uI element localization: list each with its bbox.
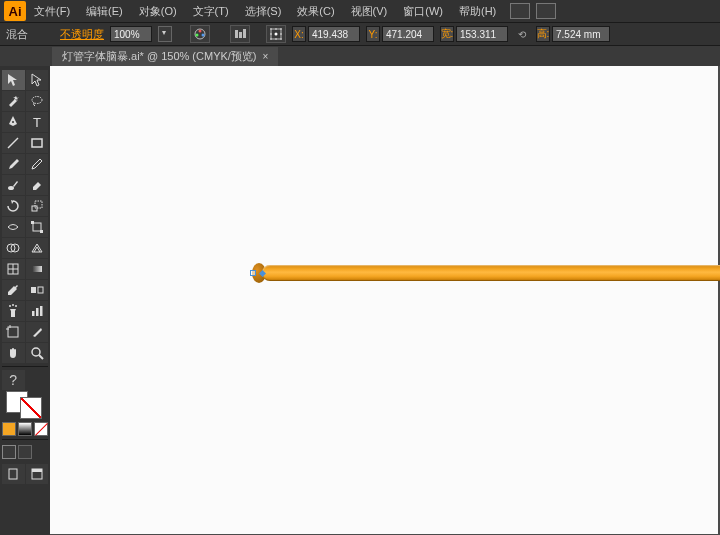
perspective-grid-tool[interactable] xyxy=(26,238,49,258)
blob-brush-tool[interactable] xyxy=(2,175,25,195)
svg-point-12 xyxy=(275,33,278,36)
toggle-fill-stroke[interactable]: ? xyxy=(2,370,25,390)
svg-rect-35 xyxy=(38,287,43,293)
paintbrush-tool[interactable] xyxy=(2,154,25,174)
menu-help[interactable]: 帮助(H) xyxy=(451,4,504,19)
direct-selection-tool[interactable] xyxy=(26,70,49,90)
menu-edit[interactable]: 编辑(E) xyxy=(78,4,131,19)
rotate-tool[interactable] xyxy=(2,196,25,216)
height-label: 高: xyxy=(536,26,550,42)
scale-tool[interactable] xyxy=(26,196,49,216)
svg-point-39 xyxy=(15,305,17,307)
arrange-documents-icon[interactable] xyxy=(536,3,556,19)
menu-window[interactable]: 窗口(W) xyxy=(395,4,451,19)
opacity-input[interactable] xyxy=(110,26,152,42)
pen-tool[interactable] xyxy=(2,112,25,132)
blend-tool[interactable] xyxy=(26,280,49,300)
eyedropper-tool[interactable] xyxy=(2,280,25,300)
screen-mode-normal[interactable] xyxy=(2,445,16,459)
screen-mode-full[interactable] xyxy=(18,445,32,459)
pencil-tool[interactable] xyxy=(26,154,49,174)
eraser-tool[interactable] xyxy=(26,175,49,195)
svg-rect-42 xyxy=(40,306,43,316)
svg-point-13 xyxy=(280,33,282,35)
rectangle-tool[interactable] xyxy=(26,133,49,153)
artboard-tool[interactable] xyxy=(2,322,25,342)
none-mode-swatch[interactable] xyxy=(34,422,48,436)
svg-point-14 xyxy=(270,38,272,40)
menu-object[interactable]: 对象(O) xyxy=(131,4,185,19)
document-tab[interactable]: 灯管字体脑暴.ai* @ 150% (CMYK/预览) × xyxy=(52,47,278,66)
zoom-tool[interactable] xyxy=(26,343,49,363)
svg-point-2 xyxy=(196,34,199,37)
menu-view[interactable]: 视图(V) xyxy=(343,4,396,19)
app-logo: Ai xyxy=(4,1,26,21)
svg-rect-41 xyxy=(36,308,39,316)
opacity-label[interactable]: 不透明度 xyxy=(60,27,104,42)
svg-point-11 xyxy=(270,33,272,35)
canvas-area[interactable] xyxy=(50,66,720,535)
line-segment-tool[interactable] xyxy=(2,133,25,153)
tube-blend-object[interactable] xyxy=(254,261,720,285)
color-mode-swatch[interactable] xyxy=(2,422,16,436)
height-input[interactable] xyxy=(552,26,610,42)
fill-stroke-indicator[interactable] xyxy=(2,391,49,419)
menu-select[interactable]: 选择(S) xyxy=(237,4,290,19)
close-tab-icon[interactable]: × xyxy=(263,51,269,62)
svg-rect-26 xyxy=(31,221,34,224)
svg-rect-21 xyxy=(32,139,42,147)
svg-rect-48 xyxy=(9,469,17,479)
magic-wand-tool[interactable] xyxy=(2,91,25,111)
edit-toolbar-icon[interactable] xyxy=(2,464,25,484)
fill-stroke-swatch[interactable] xyxy=(26,370,49,390)
svg-point-17 xyxy=(32,97,42,104)
column-graph-tool[interactable] xyxy=(26,301,49,321)
y-input[interactable] xyxy=(382,26,434,42)
width-input[interactable] xyxy=(456,26,508,42)
svg-point-9 xyxy=(275,28,277,30)
workspace-icon[interactable] xyxy=(510,3,530,19)
svg-point-16 xyxy=(280,38,282,40)
svg-point-38 xyxy=(12,304,14,306)
toolbox: T xyxy=(0,66,50,535)
selection-handle[interactable] xyxy=(250,270,256,276)
gradient-tool[interactable] xyxy=(26,259,49,279)
svg-rect-24 xyxy=(35,201,42,208)
align-panel-icon[interactable] xyxy=(230,25,250,43)
opacity-dropdown[interactable] xyxy=(158,26,172,42)
svg-point-3 xyxy=(202,34,205,37)
menu-type[interactable]: 文字(T) xyxy=(185,4,237,19)
change-screen-mode[interactable] xyxy=(26,464,49,484)
svg-point-8 xyxy=(270,28,272,30)
svg-rect-27 xyxy=(40,230,43,233)
svg-line-47 xyxy=(39,355,43,359)
svg-rect-25 xyxy=(33,223,41,231)
svg-rect-50 xyxy=(32,469,42,472)
slice-tool[interactable] xyxy=(26,322,49,342)
gradient-mode-swatch[interactable] xyxy=(18,422,32,436)
svg-rect-33 xyxy=(32,266,42,272)
shape-builder-tool[interactable] xyxy=(2,238,25,258)
constrain-proportions-icon[interactable]: ⟲ xyxy=(514,26,530,42)
svg-line-20 xyxy=(8,138,18,148)
menu-effect[interactable]: 效果(C) xyxy=(289,4,342,19)
lasso-tool[interactable] xyxy=(26,91,49,111)
svg-text:T: T xyxy=(33,115,41,129)
mesh-tool[interactable] xyxy=(2,259,25,279)
recolor-artwork-icon[interactable] xyxy=(190,25,210,43)
symbol-sprayer-tool[interactable] xyxy=(2,301,25,321)
artboard[interactable] xyxy=(50,66,718,534)
svg-rect-36 xyxy=(11,311,15,317)
transform-reference-icon[interactable] xyxy=(266,25,286,43)
svg-rect-5 xyxy=(239,32,242,38)
selection-tool[interactable] xyxy=(2,70,25,90)
width-tool[interactable] xyxy=(2,217,25,237)
x-label: X: xyxy=(292,26,306,42)
free-transform-tool[interactable] xyxy=(26,217,49,237)
svg-rect-40 xyxy=(32,311,35,316)
svg-rect-34 xyxy=(31,287,36,293)
type-tool[interactable]: T xyxy=(26,112,49,132)
hand-tool[interactable] xyxy=(2,343,25,363)
x-input[interactable] xyxy=(308,26,360,42)
menu-file[interactable]: 文件(F) xyxy=(26,4,78,19)
